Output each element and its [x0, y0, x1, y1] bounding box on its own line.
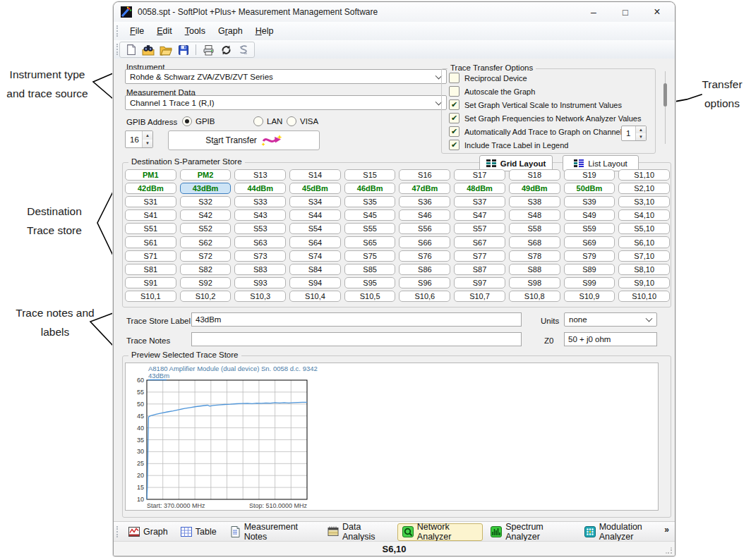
sparam-cell-42dbm[interactable]: 42dBm — [125, 183, 176, 194]
sparam-cell-s64[interactable]: S64 — [289, 236, 341, 248]
sparam-cell-50dbm[interactable]: 50dBm — [564, 183, 615, 194]
option-automatically-add-trace-to-graph-on-channel[interactable]: ✔Automatically Add Trace to Graph on Cha… — [449, 126, 622, 137]
sparam-cell-s67[interactable]: S67 — [454, 236, 505, 248]
sparam-cell-s73[interactable]: S73 — [234, 250, 286, 262]
maximize-button[interactable]: □ — [613, 2, 637, 22]
sparam-cell-s49[interactable]: S49 — [564, 209, 615, 221]
sparam-cell-s82[interactable]: S82 — [180, 264, 232, 275]
trace-notes-input[interactable] — [191, 332, 522, 346]
options-scrollbar[interactable] — [663, 71, 667, 144]
sparam-cell-s76[interactable]: S76 — [399, 250, 450, 262]
sparam-cell-s36[interactable]: S36 — [399, 196, 450, 207]
tab-spectrum-analyzer[interactable]: Spectrum Analyzer — [486, 523, 576, 541]
sparam-cell-s1-10[interactable]: S1,10 — [618, 169, 670, 181]
open-folder-icon[interactable] — [159, 43, 173, 56]
sparam-cell-s10-3[interactable]: S10,3 — [234, 291, 286, 302]
sparam-cell-s10-1[interactable]: S10,1 — [125, 291, 176, 302]
sparam-cell-s96[interactable]: S96 — [399, 277, 450, 288]
close-button[interactable]: × — [645, 2, 669, 22]
sparam-cell-s14[interactable]: S14 — [289, 169, 341, 181]
sparam-cell-44dbm[interactable]: 44dBm — [234, 183, 286, 194]
sparam-cell-s44[interactable]: S44 — [289, 209, 341, 221]
sparam-cell-s35[interactable]: S35 — [344, 196, 396, 207]
sparam-cell-43dbm[interactable]: 43dBm — [180, 183, 232, 194]
option-set-graph-frequencies-to-network-analyzer-values[interactable]: ✔Set Graph Frequencies to Network Analyz… — [449, 113, 641, 123]
sparam-cell-s52[interactable]: S52 — [180, 223, 232, 234]
sparam-cell-s81[interactable]: S81 — [125, 264, 176, 275]
tab-data-analysis[interactable]: Data Analysis — [323, 523, 395, 541]
option-set-graph-vertical-scale-to-instrument-values[interactable]: ✔Set Graph Vertical Scale to Instrument … — [449, 99, 622, 110]
sparam-cell-s32[interactable]: S32 — [180, 196, 232, 207]
sparam-cell-s13[interactable]: S13 — [234, 169, 286, 181]
sparam-cell-s75[interactable]: S75 — [344, 250, 396, 262]
sparam-cell-s83[interactable]: S83 — [234, 264, 286, 275]
sparam-cell-s91[interactable]: S91 — [125, 277, 176, 288]
radio-visa[interactable]: VISA — [287, 116, 318, 126]
sparam-cell-s10-9[interactable]: S10,9 — [564, 291, 615, 302]
sparam-cell-s79[interactable]: S79 — [564, 250, 615, 262]
sparam-cell-s84[interactable]: S84 — [289, 264, 341, 275]
sparam-cell-48dbm[interactable]: 48dBm — [454, 183, 505, 194]
sparam-cell-s86[interactable]: S86 — [399, 264, 450, 275]
refresh-icon[interactable] — [219, 43, 233, 56]
tab-measurement-notes[interactable]: Measurement Notes — [224, 523, 320, 541]
sparam-cell-s19[interactable]: S19 — [564, 169, 615, 181]
sparam-cell-s68[interactable]: S68 — [509, 236, 560, 248]
sparam-cell-s66[interactable]: S66 — [399, 236, 450, 248]
instrument-select[interactable]: Rohde & Schwarz ZVA/ZVB/ZVT Series — [125, 69, 447, 84]
sparam-cell-s92[interactable]: S92 — [180, 277, 232, 288]
sparam-cell-s10-4[interactable]: S10,4 — [289, 291, 341, 302]
minimize-button[interactable]: – — [582, 2, 606, 22]
print-icon[interactable] — [201, 43, 215, 56]
sparam-cell-s38[interactable]: S38 — [509, 196, 560, 207]
sparam-cell-s5-10[interactable]: S5,10 — [618, 223, 670, 234]
sparam-cell-s53[interactable]: S53 — [234, 223, 286, 234]
sparam-cell-s34[interactable]: S34 — [289, 196, 341, 207]
menu-tools[interactable]: Tools — [179, 23, 212, 39]
sparam-cell-s65[interactable]: S65 — [344, 236, 396, 248]
sparam-cell-s3-10[interactable]: S3,10 — [618, 196, 670, 207]
sparam-cell-s15[interactable]: S15 — [344, 169, 396, 181]
sparam-cell-s8-10[interactable]: S8,10 — [618, 264, 670, 275]
sparam-cell-s55[interactable]: S55 — [344, 223, 396, 234]
spinner-arrows-icon[interactable]: ▲▼ — [142, 131, 152, 147]
menu-graph[interactable]: Graph — [212, 23, 249, 39]
save-icon[interactable] — [176, 43, 191, 56]
sparam-cell-s41[interactable]: S41 — [125, 209, 176, 221]
trace-store-label-input[interactable] — [191, 312, 522, 327]
measurement-data-select[interactable]: Channel 1 Trace 1 (R,I) — [125, 95, 447, 110]
units-select[interactable]: none — [564, 312, 657, 327]
sparam-cell-s85[interactable]: S85 — [344, 264, 396, 275]
sparam-cell-s10-8[interactable]: S10,8 — [509, 291, 560, 302]
sparam-cell-s10-5[interactable]: S10,5 — [344, 291, 396, 302]
sparam-cell-s17[interactable]: S17 — [454, 169, 505, 181]
sparam-cell-s39[interactable]: S39 — [564, 196, 615, 207]
sparam-cell-s6-10[interactable]: S6,10 — [618, 236, 670, 248]
tab-overflow-button[interactable]: » — [664, 525, 669, 535]
sparam-cell-47dbm[interactable]: 47dBm — [399, 183, 450, 194]
menu-edit[interactable]: Edit — [150, 23, 179, 39]
sparam-cell-s88[interactable]: S88 — [509, 264, 560, 275]
tab-graph[interactable]: Graph — [124, 523, 173, 541]
sparam-cell-s45[interactable]: S45 — [344, 209, 396, 221]
spinner-arrows-icon[interactable]: ▲▼ — [635, 126, 646, 140]
sparam-cell-s59[interactable]: S59 — [564, 223, 615, 234]
find-icon[interactable] — [141, 43, 155, 56]
sparam-cell-s2-10[interactable]: S2,10 — [618, 183, 670, 194]
sparam-cell-s56[interactable]: S56 — [399, 223, 450, 234]
menu-help[interactable]: Help — [249, 23, 280, 39]
sparam-cell-49dbm[interactable]: 49dBm — [509, 183, 560, 194]
sparam-cell-s43[interactable]: S43 — [234, 209, 286, 221]
sparam-cell-s18[interactable]: S18 — [509, 169, 560, 181]
sparam-cell-s98[interactable]: S98 — [509, 277, 560, 288]
channel-stepper[interactable]: 1 ▲▼ — [621, 126, 647, 141]
sparam-cell-s62[interactable]: S62 — [180, 236, 232, 248]
sparam-cell-s74[interactable]: S74 — [289, 250, 341, 262]
radio-gpib[interactable]: GPIB — [182, 116, 215, 126]
tab-modulation-analyzer[interactable]: Modulation Analyzer — [579, 523, 675, 541]
tab-network-analyzer[interactable]: Network Analyzer — [397, 523, 483, 541]
menu-file[interactable]: File — [124, 23, 150, 39]
z0-input[interactable] — [564, 332, 657, 346]
option-include-trace-label-in-legend[interactable]: ✔Include Trace Label in Legend — [449, 140, 568, 150]
options-scrollbar-thumb[interactable] — [663, 83, 667, 106]
